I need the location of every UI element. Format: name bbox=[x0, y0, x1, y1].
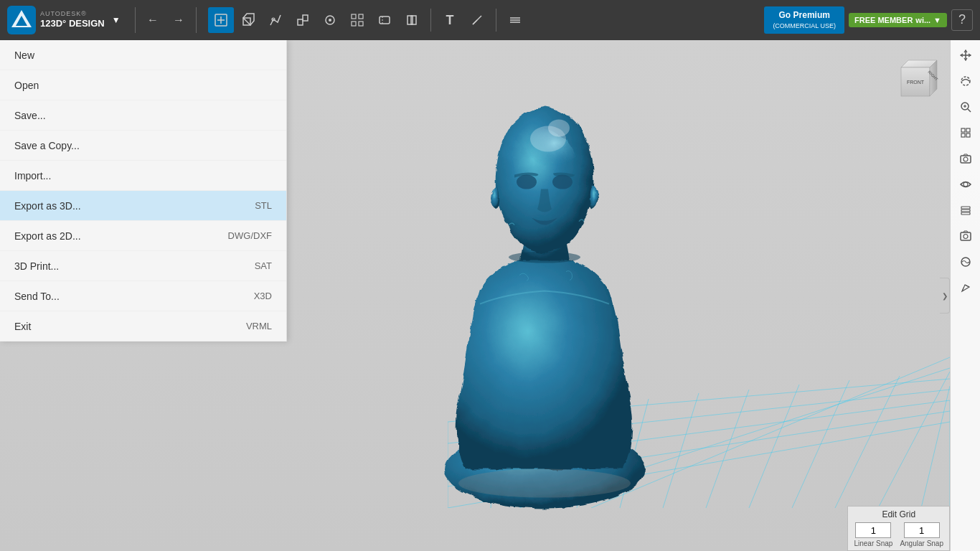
logo-area: AUTODESK® 123D° DESIGN ▼ bbox=[0, 6, 129, 34]
menu-item-new[interactable]: New bbox=[0, 40, 286, 70]
topbar: AUTODESK® 123D° DESIGN ▼ ← → bbox=[0, 0, 980, 40]
sketch-tool[interactable] bbox=[263, 7, 288, 33]
premium-label: Go Premium bbox=[773, 9, 836, 22]
undo-button[interactable]: ← bbox=[141, 9, 164, 32]
orbit-button[interactable] bbox=[953, 69, 978, 93]
material-layers-tool[interactable] bbox=[502, 7, 528, 33]
toolbar-right: Go Premium (COMMERCIAL USE) FREE MEMBER … bbox=[764, 6, 980, 33]
menu-item-new-label: New bbox=[14, 50, 34, 61]
menu-item-3d-print-label: 3D Print... bbox=[14, 260, 59, 272]
svg-rect-68 bbox=[961, 207, 970, 209]
svg-line-38 bbox=[749, 385, 799, 508]
measure-tool[interactable] bbox=[464, 7, 490, 33]
svg-line-58 bbox=[968, 109, 971, 112]
menu-item-export-2d[interactable]: Export as 2D... DWG/DXF bbox=[0, 221, 286, 251]
fit-button[interactable] bbox=[953, 121, 978, 145]
menu-item-exit-shortcut: VRML bbox=[246, 321, 272, 331]
svg-rect-20 bbox=[411, 16, 416, 24]
svg-line-39 bbox=[792, 380, 849, 508]
svg-rect-17 bbox=[380, 17, 390, 24]
svg-rect-19 bbox=[407, 16, 413, 24]
redo-button[interactable]: → bbox=[167, 9, 190, 32]
dropdown-icon: ▼ bbox=[933, 16, 941, 24]
svg-rect-16 bbox=[359, 22, 363, 26]
construct-tool[interactable] bbox=[290, 7, 316, 33]
svg-rect-64 bbox=[966, 133, 970, 137]
toolbar-divider4 bbox=[496, 9, 496, 32]
linear-snap-label: Linear Snap bbox=[854, 540, 892, 547]
svg-line-40 bbox=[835, 376, 900, 508]
menu-item-open[interactable]: Open bbox=[0, 70, 286, 100]
angular-snap-input[interactable] bbox=[904, 522, 940, 538]
svg-point-49 bbox=[509, 252, 580, 263]
svg-rect-14 bbox=[359, 14, 363, 19]
free-member-label: FREE MEMBER bbox=[854, 16, 913, 24]
view-button[interactable] bbox=[953, 172, 978, 197]
svg-rect-70 bbox=[961, 212, 970, 215]
svg-point-48 bbox=[548, 120, 570, 137]
modify-tool[interactable] bbox=[317, 7, 343, 33]
snap-tool[interactable] bbox=[372, 7, 397, 33]
svg-rect-13 bbox=[352, 14, 356, 19]
svg-rect-10 bbox=[303, 15, 308, 21]
material-button[interactable] bbox=[953, 250, 978, 274]
svg-rect-15 bbox=[352, 22, 356, 26]
app-dropdown-arrow[interactable]: ▼ bbox=[112, 15, 121, 25]
text-tool[interactable]: T bbox=[437, 7, 463, 33]
pattern-tool[interactable] bbox=[344, 7, 370, 33]
camera-button[interactable] bbox=[953, 146, 978, 171]
svg-point-72 bbox=[963, 235, 968, 239]
angular-snap-label: Angular Snap bbox=[900, 540, 943, 547]
pan-button[interactable] bbox=[953, 43, 978, 67]
svg-point-66 bbox=[963, 157, 968, 161]
new-shape-tool[interactable] bbox=[208, 7, 234, 33]
autodesk-logo-icon bbox=[7, 6, 36, 34]
nav-cube[interactable]: FRONT RIGHT bbox=[887, 53, 944, 110]
group-tool[interactable] bbox=[399, 7, 425, 33]
svg-line-42 bbox=[921, 386, 950, 508]
toolbar-divider bbox=[135, 7, 136, 33]
toolbar-main: T bbox=[208, 7, 528, 33]
layers-button[interactable] bbox=[953, 198, 978, 222]
svg-line-74 bbox=[965, 285, 969, 287]
3d-bust bbox=[408, 96, 681, 512]
logo-text: AUTODESK® 123D° DESIGN bbox=[40, 10, 105, 31]
screenshot-button[interactable] bbox=[953, 224, 978, 248]
linear-snap-input[interactable] bbox=[855, 522, 891, 538]
toolbar-divider3 bbox=[430, 9, 431, 32]
menu-item-send-to-shortcut: X3D bbox=[254, 291, 272, 301]
menu-item-export-3d-label: Export as 3D... bbox=[14, 200, 81, 212]
svg-rect-9 bbox=[298, 19, 303, 25]
menu-item-save-copy[interactable]: Save a Copy... bbox=[0, 131, 286, 161]
menu-item-export-3d[interactable]: Export as 3D... STL bbox=[0, 191, 286, 221]
file-dropdown-menu: New Open Save... Save a Copy... Import..… bbox=[0, 40, 287, 342]
menu-item-3d-print-shortcut: SAT bbox=[255, 260, 272, 271]
menu-item-import[interactable]: Import... bbox=[0, 161, 286, 191]
menu-item-export-3d-shortcut: STL bbox=[255, 200, 272, 211]
premium-sub: (COMMERCIAL USE) bbox=[773, 22, 836, 31]
draw-button[interactable] bbox=[953, 276, 978, 300]
svg-line-37 bbox=[706, 390, 749, 508]
menu-item-save-copy-label: Save a Copy... bbox=[14, 140, 80, 151]
svg-rect-69 bbox=[961, 209, 970, 212]
menu-item-exit[interactable]: Exit VRML bbox=[0, 311, 286, 342]
user-name: wi... bbox=[915, 16, 930, 24]
menu-item-send-to[interactable]: Send To... X3D bbox=[0, 281, 286, 311]
menu-item-save[interactable]: Save... bbox=[0, 100, 286, 131]
menu-item-export-2d-shortcut: DWG/DXF bbox=[228, 230, 272, 241]
premium-button[interactable]: Go Premium (COMMERCIAL USE) bbox=[764, 6, 844, 33]
primitives-tool[interactable] bbox=[235, 7, 261, 33]
svg-rect-61 bbox=[961, 128, 965, 132]
collapse-panel-button[interactable]: ❯ bbox=[940, 278, 950, 314]
menu-item-3d-print[interactable]: 3D Print... SAT bbox=[0, 251, 286, 281]
linear-snap-box: Linear Snap bbox=[854, 522, 892, 547]
menu-item-export-2d-label: Export as 2D... bbox=[14, 230, 81, 242]
help-button[interactable]: ? bbox=[951, 9, 973, 31]
free-member-button[interactable]: FREE MEMBER wi... ▼ bbox=[849, 13, 947, 27]
svg-text:FRONT: FRONT bbox=[907, 80, 925, 85]
svg-rect-63 bbox=[961, 133, 965, 137]
svg-rect-62 bbox=[966, 128, 970, 132]
angular-snap-box: Angular Snap bbox=[900, 522, 943, 547]
app-title: 123D° DESIGN bbox=[40, 18, 105, 30]
zoom-button[interactable] bbox=[953, 95, 978, 119]
